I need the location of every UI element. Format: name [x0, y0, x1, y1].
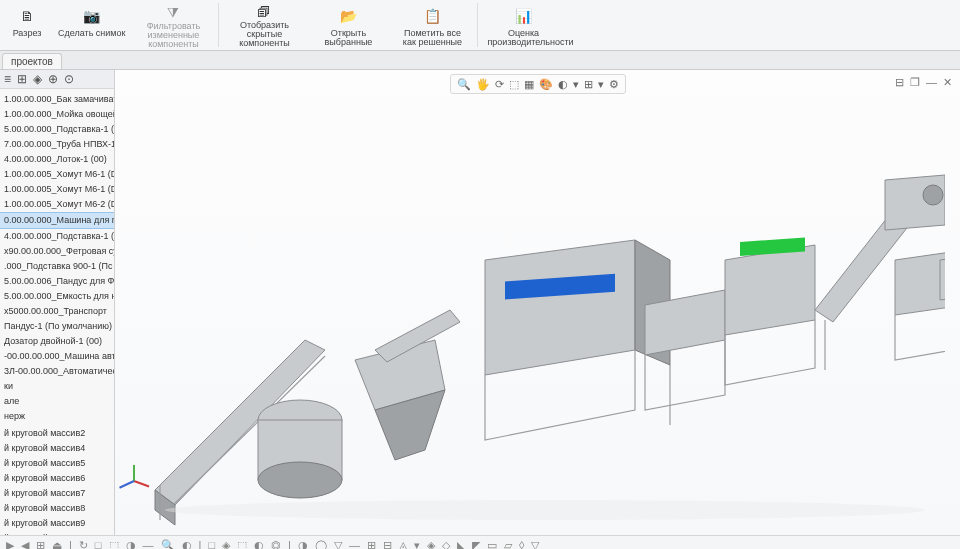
view-tool-icon[interactable]: 🎨 [539, 78, 553, 91]
svg-point-23 [165, 500, 925, 520]
status-icon[interactable]: ▽ [531, 539, 539, 550]
view-tool-icon[interactable]: 🔍 [457, 78, 471, 91]
config-tab-icon[interactable]: ⊞ [17, 72, 27, 86]
status-icon[interactable]: ◊ [519, 539, 524, 549]
status-icon[interactable]: □ [208, 539, 215, 549]
tree-item[interactable]: ки [0, 379, 114, 394]
tree-item[interactable]: 5.00.00.000_Подставка-1 (00 [0, 122, 114, 137]
status-icon[interactable]: ◑ [126, 539, 136, 550]
ribbon-razrez[interactable]: 🗎 Разрез [3, 1, 51, 49]
panel-tabstrip: проектов [0, 51, 960, 70]
tree-item[interactable]: х5000.00.000_Транспорт [0, 304, 114, 319]
tree-item[interactable]: 0.00.00.000_Машина для по [0, 212, 114, 229]
window-control-icon[interactable]: ⊟ [895, 76, 904, 89]
status-icon[interactable]: ◯ [315, 539, 327, 550]
view-tool-icon[interactable]: ⊞ [584, 78, 593, 91]
status-icon[interactable]: ▭ [487, 539, 497, 550]
status-icon[interactable]: ▽ [334, 539, 342, 550]
view-tool-icon[interactable]: ◐ [558, 78, 568, 91]
status-icon[interactable]: ▾ [414, 539, 420, 550]
status-icon[interactable]: ⊟ [383, 539, 392, 550]
tree-tab-icon[interactable]: ≡ [4, 72, 11, 86]
status-icon[interactable]: ◈ [427, 539, 435, 550]
status-icon[interactable]: ⊞ [367, 539, 376, 550]
orientation-triad[interactable] [121, 457, 149, 485]
tree-item[interactable]: й круговой массив10 [0, 531, 114, 535]
ribbon-hidden[interactable]: 🗊 Отобразить скрытые компоненты [223, 1, 305, 49]
status-icon[interactable]: | [69, 539, 72, 549]
lbl: Разрез [13, 29, 42, 38]
tree-item[interactable]: 1.00.00.005_Хомут М6-1 (De [0, 182, 114, 197]
status-icon[interactable]: ▱ [504, 539, 512, 550]
3d-viewport[interactable]: 🔍🖐⟳⬚▦🎨◐▾⊞▾⚙ ⊟❐—✕ [115, 70, 960, 535]
tree-item[interactable]: 1.00.00.000_Мойка овощей-1 (П [0, 107, 114, 122]
status-icon[interactable]: ◇ [442, 539, 450, 550]
view-tool-icon[interactable]: 🖐 [476, 78, 490, 91]
tree-item[interactable]: й круговой массив7 [0, 486, 114, 501]
ribbon-snimok[interactable]: 📷 Сделать снимок [53, 1, 130, 49]
ribbon-mark-resolved[interactable]: 📋 Пометить все как решенные [391, 1, 473, 49]
tree-item[interactable]: .000_Подставка 900-1 (Пс [0, 259, 114, 274]
status-icon[interactable]: — [349, 539, 360, 549]
window-control-icon[interactable]: ✕ [943, 76, 952, 89]
view-tool-icon[interactable]: ▾ [598, 78, 604, 91]
tree-item[interactable]: й круговой массив6 [0, 471, 114, 486]
tree-item[interactable]: й круговой массив9 [0, 516, 114, 531]
tree-item[interactable]: й круговой массив4 [0, 441, 114, 456]
status-icon[interactable]: ◈ [222, 539, 230, 550]
tree-item[interactable]: х90.00.00.000_Фетровая суш [0, 244, 114, 259]
status-icon[interactable]: | [199, 539, 202, 549]
ribbon-filter: ⧩ Фильтровать измененные компоненты [132, 1, 214, 49]
view-tool-icon[interactable]: ⬚ [509, 78, 519, 91]
window-control-icon[interactable]: ❐ [910, 76, 920, 89]
status-icon[interactable]: ◤ [472, 539, 480, 550]
view-toolbar: 🔍🖐⟳⬚▦🎨◐▾⊞▾⚙ [450, 74, 626, 94]
tree-item[interactable]: 1.00.00.005_Хомут М6-1 (De [0, 167, 114, 182]
status-icon[interactable]: ◑ [298, 539, 308, 550]
status-icon[interactable]: ⊞ [36, 539, 45, 550]
ribbon-perf[interactable]: 📊 Оценка производительности [482, 1, 564, 49]
status-icon[interactable]: ◬ [399, 539, 407, 550]
disp-tab-icon[interactable]: ⊕ [48, 72, 58, 86]
tab-projects[interactable]: проектов [2, 53, 62, 69]
tree-item[interactable]: але [0, 394, 114, 409]
status-icon[interactable]: ◣ [457, 539, 465, 550]
view-tool-icon[interactable]: ⚙ [609, 78, 619, 91]
prop-tab-icon[interactable]: ◈ [33, 72, 42, 86]
status-icon[interactable]: ↻ [79, 539, 88, 550]
view-tool-icon[interactable]: ▾ [573, 78, 579, 91]
tree-item[interactable]: 5.00.00.006_Пандус для Фор [0, 274, 114, 289]
status-icon[interactable]: ⏏ [52, 539, 62, 550]
tree-item[interactable]: 5.00.00.000_Емкость для нач [0, 289, 114, 304]
status-icon[interactable]: ◐ [182, 539, 192, 550]
status-icon[interactable]: ⏣ [271, 539, 281, 550]
status-icon[interactable]: | [288, 539, 291, 549]
tree-item[interactable]: Дозатор двойной-1 (00) [0, 334, 114, 349]
tree-item[interactable]: й круговой массив5 [0, 456, 114, 471]
status-icon[interactable]: — [143, 539, 154, 549]
disp2-tab-icon[interactable]: ⊙ [64, 72, 74, 86]
status-icon[interactable]: ▶ [6, 539, 14, 550]
tree-item[interactable]: 7.00.00.000_Труба НПВХ-1 (. [0, 137, 114, 152]
view-tool-icon[interactable]: ⟳ [495, 78, 504, 91]
tree-item[interactable]: й круговой массив2 [0, 426, 114, 441]
tree-item[interactable]: й круговой массив8 [0, 501, 114, 516]
tree-item[interactable]: 4.00.00.000_Лоток-1 (00) [0, 152, 114, 167]
tree-item[interactable]: 3Л-00.00.000_Автоматичес [0, 364, 114, 379]
status-icon[interactable]: ⬚ [237, 539, 247, 550]
status-icon[interactable]: □ [95, 539, 102, 549]
tree-item[interactable]: Пандус-1 (По умолчанию) [0, 319, 114, 334]
ribbon-open-selected[interactable]: 📂 Открыть выбранные [307, 1, 389, 49]
tree-item[interactable]: 4.00.00.000_Подставка-1 (00 [0, 229, 114, 244]
status-icon[interactable]: 🔍 [161, 539, 175, 550]
status-icon[interactable]: ◀ [21, 539, 29, 550]
tree-item[interactable]: 1.00.00.000_Бак замачивате. [0, 92, 114, 107]
view-tool-icon[interactable]: ▦ [524, 78, 534, 91]
tree-item[interactable]: нерж [0, 409, 114, 424]
feature-tree[interactable]: 1.00.00.000_Бак замачивате.1.00.00.000_М… [0, 89, 114, 535]
status-icon[interactable]: ◐ [254, 539, 264, 550]
tree-item[interactable]: -00.00.00.000_Машина авто [0, 349, 114, 364]
window-control-icon[interactable]: — [926, 76, 937, 89]
tree-item[interactable]: 1.00.00.005_Хомут М6-2 (De [0, 197, 114, 212]
status-icon[interactable]: ⬚ [109, 539, 119, 550]
